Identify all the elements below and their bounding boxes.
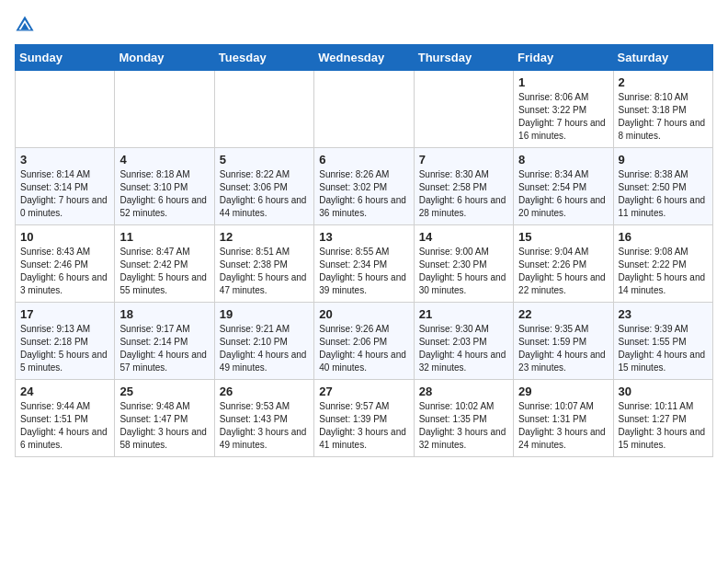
cell-day-number: 29 [518,385,608,398]
cell-info: Sunrise: 8:55 AMSunset: 2:34 PMDaylight:… [319,246,408,297]
cell-day-number: 27 [319,385,408,398]
cell-day-number: 7 [419,153,508,167]
cell-info: Sunrise: 8:51 AMSunset: 2:38 PMDaylight:… [220,246,309,297]
calendar-cell: 23Sunrise: 9:39 AMSunset: 1:55 PMDayligh… [613,303,712,380]
calendar-cell [214,71,313,148]
cell-day-number: 10 [20,230,109,244]
header [15,15,713,35]
calendar-week-2: 3Sunrise: 8:14 AMSunset: 3:14 PMDaylight… [16,148,713,225]
calendar-cell [115,71,214,148]
cell-info: Sunrise: 8:30 AMSunset: 2:58 PMDaylight:… [419,168,508,220]
calendar-table: SundayMondayTuesdayWednesdayThursdayFrid… [15,44,713,457]
calendar-cell: 13Sunrise: 8:55 AMSunset: 2:34 PMDayligh… [314,225,414,303]
calendar-cell: 3Sunrise: 8:14 AMSunset: 3:14 PMDaylight… [16,148,115,225]
calendar-cell: 24Sunrise: 9:44 AMSunset: 1:51 PMDayligh… [16,380,115,457]
calendar-header-monday: Monday [115,45,214,71]
cell-day-number: 13 [319,230,408,244]
cell-info: Sunrise: 8:06 AMSunset: 3:22 PMDaylight:… [518,91,608,143]
calendar-header-row: SundayMondayTuesdayWednesdayThursdayFrid… [16,45,713,71]
calendar-cell: 28Sunrise: 10:02 AMSunset: 1:35 PMDaylig… [414,380,513,457]
cell-info: Sunrise: 10:07 AMSunset: 1:31 PMDaylight… [518,400,608,452]
cell-day-number: 26 [220,385,309,398]
cell-info: Sunrise: 9:48 AMSunset: 1:47 PMDaylight:… [119,400,209,452]
cell-day-number: 19 [220,307,309,321]
calendar-week-4: 17Sunrise: 9:13 AMSunset: 2:18 PMDayligh… [16,303,713,380]
calendar-week-5: 24Sunrise: 9:44 AMSunset: 1:51 PMDayligh… [16,380,713,457]
calendar-cell: 30Sunrise: 10:11 AMSunset: 1:27 PMDaylig… [613,380,712,457]
cell-day-number: 5 [220,153,309,167]
calendar-cell: 29Sunrise: 10:07 AMSunset: 1:31 PMDaylig… [514,380,613,457]
calendar-cell [16,71,115,148]
logo [15,15,39,35]
calendar-cell: 1Sunrise: 8:06 AMSunset: 3:22 PMDaylight… [514,71,613,148]
calendar-week-3: 10Sunrise: 8:43 AMSunset: 2:46 PMDayligh… [16,225,713,303]
cell-day-number: 8 [518,153,608,167]
cell-info: Sunrise: 8:47 AMSunset: 2:42 PMDaylight:… [119,246,209,297]
cell-info: Sunrise: 10:02 AMSunset: 1:35 PMDaylight… [419,400,508,452]
calendar-cell: 27Sunrise: 9:57 AMSunset: 1:39 PMDayligh… [314,380,414,457]
cell-day-number: 11 [119,230,209,244]
cell-day-number: 22 [518,307,608,321]
calendar-cell: 6Sunrise: 8:26 AMSunset: 3:02 PMDaylight… [314,148,414,225]
calendar-cell: 25Sunrise: 9:48 AMSunset: 1:47 PMDayligh… [115,380,214,457]
cell-info: Sunrise: 9:21 AMSunset: 2:10 PMDaylight:… [220,323,309,374]
cell-day-number: 4 [119,153,209,167]
calendar-cell: 11Sunrise: 8:47 AMSunset: 2:42 PMDayligh… [115,225,214,303]
cell-info: Sunrise: 8:38 AMSunset: 2:50 PMDaylight:… [619,168,708,220]
cell-info: Sunrise: 9:39 AMSunset: 1:55 PMDaylight:… [619,323,708,374]
cell-info: Sunrise: 9:00 AMSunset: 2:30 PMDaylight:… [419,246,508,297]
cell-info: Sunrise: 9:04 AMSunset: 2:26 PMDaylight:… [518,246,608,297]
calendar-cell: 9Sunrise: 8:38 AMSunset: 2:50 PMDaylight… [613,148,712,225]
cell-day-number: 23 [619,307,708,321]
calendar-cell [314,71,414,148]
calendar-cell: 18Sunrise: 9:17 AMSunset: 2:14 PMDayligh… [115,303,214,380]
cell-info: Sunrise: 9:13 AMSunset: 2:18 PMDaylight:… [20,323,109,374]
logo-icon [15,15,35,35]
calendar-cell: 21Sunrise: 9:30 AMSunset: 2:03 PMDayligh… [414,303,513,380]
cell-day-number: 18 [119,307,209,321]
cell-day-number: 3 [20,153,109,167]
calendar-cell: 7Sunrise: 8:30 AMSunset: 2:58 PMDaylight… [414,148,513,225]
calendar-cell: 17Sunrise: 9:13 AMSunset: 2:18 PMDayligh… [16,303,115,380]
cell-day-number: 14 [419,230,508,244]
cell-info: Sunrise: 9:17 AMSunset: 2:14 PMDaylight:… [119,323,209,374]
calendar-cell: 19Sunrise: 9:21 AMSunset: 2:10 PMDayligh… [214,303,313,380]
cell-day-number: 15 [518,230,608,244]
calendar-cell: 10Sunrise: 8:43 AMSunset: 2:46 PMDayligh… [16,225,115,303]
calendar-cell: 26Sunrise: 9:53 AMSunset: 1:43 PMDayligh… [214,380,313,457]
calendar-header-thursday: Thursday [414,45,513,71]
cell-info: Sunrise: 9:35 AMSunset: 1:59 PMDaylight:… [518,323,608,374]
calendar-cell: 4Sunrise: 8:18 AMSunset: 3:10 PMDaylight… [115,148,214,225]
cell-day-number: 16 [619,230,708,244]
cell-info: Sunrise: 9:57 AMSunset: 1:39 PMDaylight:… [319,400,408,452]
cell-info: Sunrise: 9:44 AMSunset: 1:51 PMDaylight:… [20,400,109,452]
cell-info: Sunrise: 8:10 AMSunset: 3:18 PMDaylight:… [619,91,708,143]
cell-info: Sunrise: 9:53 AMSunset: 1:43 PMDaylight:… [220,400,309,452]
cell-day-number: 9 [619,153,708,167]
calendar-header-sunday: Sunday [16,45,115,71]
cell-info: Sunrise: 9:26 AMSunset: 2:06 PMDaylight:… [319,323,408,374]
cell-info: Sunrise: 8:18 AMSunset: 3:10 PMDaylight:… [119,168,209,220]
calendar-header-saturday: Saturday [613,45,712,71]
calendar-week-1: 1Sunrise: 8:06 AMSunset: 3:22 PMDaylight… [16,71,713,148]
cell-day-number: 2 [619,75,708,89]
calendar-header-friday: Friday [514,45,613,71]
cell-day-number: 21 [419,307,508,321]
cell-day-number: 6 [319,153,408,167]
cell-day-number: 12 [220,230,309,244]
cell-day-number: 24 [20,385,109,398]
calendar-cell: 5Sunrise: 8:22 AMSunset: 3:06 PMDaylight… [214,148,313,225]
calendar-cell: 8Sunrise: 8:34 AMSunset: 2:54 PMDaylight… [514,148,613,225]
calendar-cell [414,71,513,148]
cell-info: Sunrise: 8:26 AMSunset: 3:02 PMDaylight:… [319,168,408,220]
cell-day-number: 17 [20,307,109,321]
cell-info: Sunrise: 8:43 AMSunset: 2:46 PMDaylight:… [20,246,109,297]
cell-day-number: 1 [518,75,608,89]
cell-day-number: 28 [419,385,508,398]
calendar-cell: 14Sunrise: 9:00 AMSunset: 2:30 PMDayligh… [414,225,513,303]
cell-info: Sunrise: 8:14 AMSunset: 3:14 PMDaylight:… [20,168,109,220]
cell-info: Sunrise: 9:08 AMSunset: 2:22 PMDaylight:… [619,246,708,297]
calendar-header-tuesday: Tuesday [214,45,313,71]
calendar-header-wednesday: Wednesday [314,45,414,71]
cell-day-number: 25 [119,385,209,398]
